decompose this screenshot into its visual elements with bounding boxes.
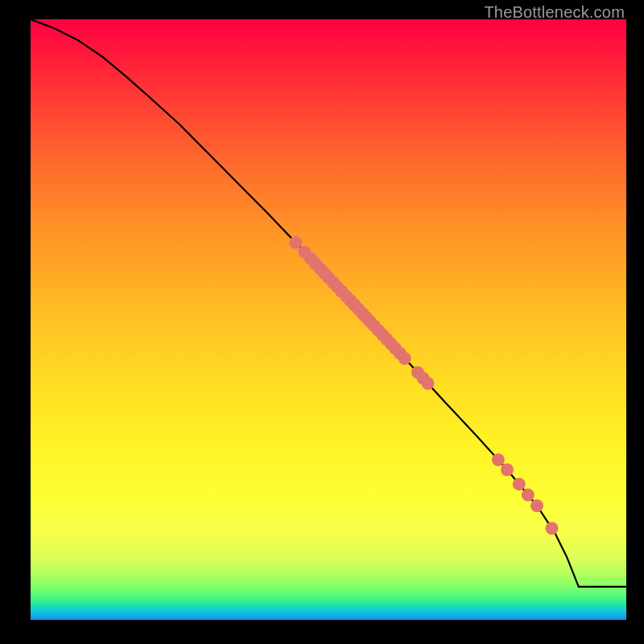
- data-marker: [513, 477, 526, 490]
- data-marker: [530, 499, 543, 512]
- data-marker: [546, 522, 559, 535]
- plot-area: [31, 19, 626, 620]
- data-marker: [492, 453, 505, 466]
- chart-svg: [31, 19, 626, 620]
- chart-frame: TheBottleneck.com: [0, 0, 644, 644]
- data-marker: [501, 464, 514, 477]
- data-marker: [289, 236, 302, 249]
- data-marker: [422, 377, 435, 390]
- data-marker: [398, 352, 411, 365]
- data-marker: [522, 489, 535, 502]
- data-markers: [289, 236, 558, 535]
